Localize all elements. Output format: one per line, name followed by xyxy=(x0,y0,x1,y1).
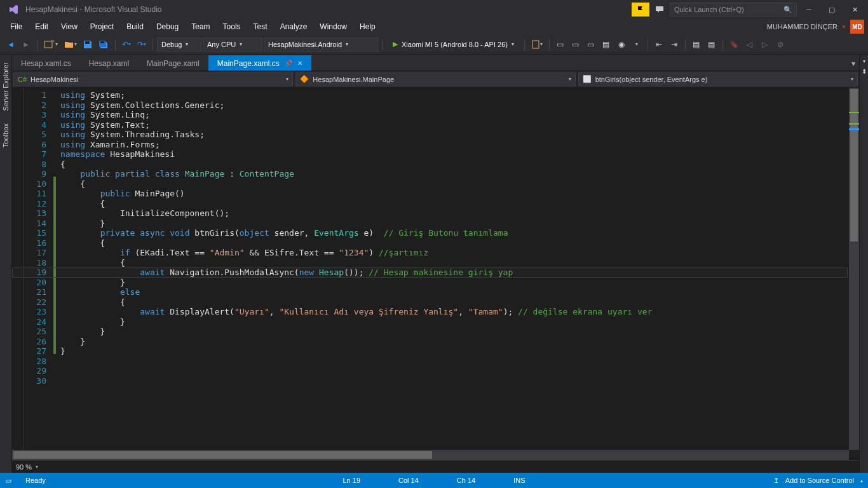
undo-button[interactable]: ↶▾ xyxy=(119,37,133,51)
scroll-caret-marker xyxy=(849,128,859,130)
doc-tab[interactable]: Hesap.xaml.cs xyxy=(12,55,80,71)
doc-tab[interactable]: MainPage.xaml xyxy=(138,55,208,71)
redo-button[interactable]: ↷▾ xyxy=(135,37,149,51)
menu-tools[interactable]: Tools xyxy=(217,20,247,33)
main-area: Server Explorer Toolbox Hesap.xaml.csHes… xyxy=(0,55,868,473)
svg-rect-0 xyxy=(44,41,52,48)
chevron-down-icon: ▾ xyxy=(286,76,288,82)
zoom-level[interactable]: 90 % xyxy=(16,463,32,471)
user-badge[interactable]: MD xyxy=(850,20,864,34)
chevron-down-icon: ▾ xyxy=(569,76,571,82)
chevron-down-icon[interactable]: ▾ xyxy=(36,464,38,470)
status-col: Col 14 xyxy=(398,477,419,484)
minimize-button[interactable]: ─ xyxy=(798,1,820,18)
close-button[interactable]: ✕ xyxy=(844,1,865,18)
nav-project-dropdown[interactable]: C#HesapMakinesi▾ xyxy=(13,72,293,86)
menu-analyze[interactable]: Analyze xyxy=(274,20,314,33)
pin-icon[interactable]: 📌 xyxy=(285,60,292,67)
menu-file[interactable]: File xyxy=(4,20,29,33)
new-project-button[interactable]: ▾ xyxy=(41,37,60,51)
code-text[interactable]: using System;using System.Collections.Ge… xyxy=(57,88,859,450)
save-all-button[interactable] xyxy=(96,37,111,51)
vertical-scrollbar[interactable] xyxy=(849,88,859,450)
window-layout-icon[interactable]: ▭ xyxy=(5,477,11,485)
menu-team[interactable]: Team xyxy=(185,20,216,33)
doc-tab-label: Hesap.xaml xyxy=(89,59,129,68)
tbx2-icon[interactable]: ▭ xyxy=(569,37,583,51)
scroll-marker xyxy=(849,112,859,113)
doc-tab[interactable]: MainPage.xaml.cs📌✕ xyxy=(208,55,311,71)
device-icon[interactable]: ▾ xyxy=(529,37,545,51)
source-control-button[interactable]: Add to Source Control xyxy=(785,477,854,484)
tab-overflow-icon[interactable]: ▾ xyxy=(848,55,859,71)
uncomment-icon[interactable]: ▤ xyxy=(705,37,719,51)
status-ch: Ch 14 xyxy=(457,477,475,484)
menu-build[interactable]: Build xyxy=(120,20,150,33)
nav-member-dropdown[interactable]: ⬜btnGiris(object sender, EventArgs e)▾ xyxy=(578,72,858,86)
bookmark-icon[interactable]: 🔖 xyxy=(727,37,742,51)
doc-tab[interactable]: Hesap.xaml xyxy=(80,55,138,71)
notification-flag-icon[interactable] xyxy=(632,3,649,17)
class-icon: 🔶 xyxy=(300,75,309,83)
menu-test[interactable]: Test xyxy=(247,20,274,33)
method-icon: ⬜ xyxy=(583,75,592,83)
doc-tab-label: MainPage.xaml xyxy=(147,59,200,68)
tbx4-icon[interactable]: ▤ xyxy=(599,37,613,51)
navigation-bar: C#HesapMakinesi▾ 🔶HesapMakinesi.MainPage… xyxy=(12,71,859,88)
nav-fwd-button[interactable]: ► xyxy=(19,37,33,51)
scrollbar-thumb[interactable] xyxy=(13,451,432,459)
split-icon[interactable]: ⬍ xyxy=(862,68,867,75)
save-button[interactable] xyxy=(81,37,95,51)
chevron-down-icon: ▼ xyxy=(841,24,846,30)
side-tab-server-explorer[interactable]: Server Explorer xyxy=(0,56,11,117)
indent-in-icon[interactable]: ⇥ xyxy=(667,37,681,51)
svg-rect-1 xyxy=(85,41,90,44)
separator xyxy=(382,39,383,50)
publish-icon[interactable]: ↥ xyxy=(773,477,779,485)
separator xyxy=(648,39,648,50)
chevron-up-icon[interactable]: ▴ xyxy=(860,478,863,484)
indent-out-icon[interactable]: ⇤ xyxy=(652,37,666,51)
menu-help[interactable]: Help xyxy=(353,20,382,33)
editor-zone: Hesap.xaml.csHesap.xamlMainPage.xamlMain… xyxy=(12,55,859,473)
menu-view[interactable]: View xyxy=(55,20,84,33)
menu-project[interactable]: Project xyxy=(84,20,120,33)
menubar: FileEditViewProjectBuildDebugTeamToolsTe… xyxy=(0,19,868,34)
side-tab-toolbox[interactable]: Toolbox xyxy=(0,117,11,154)
search-icon: 🔍 xyxy=(783,6,792,14)
feedback-icon[interactable] xyxy=(651,3,668,17)
code-editor[interactable]: 1234567891011121314151617181920212223242… xyxy=(12,88,859,450)
tbx3-icon[interactable]: ▭ xyxy=(584,37,598,51)
svg-rect-2 xyxy=(100,41,104,43)
bm-clear-icon[interactable]: ⊘ xyxy=(773,37,787,51)
bm-prev-icon[interactable]: ◁ xyxy=(743,37,757,51)
comment-icon[interactable]: ▤ xyxy=(689,37,703,51)
horizontal-scrollbar[interactable] xyxy=(12,450,849,460)
vs-logo-icon xyxy=(8,3,20,16)
separator xyxy=(524,39,525,50)
solution-config-dropdown[interactable]: Debug▾ xyxy=(157,37,201,51)
tbx6-icon[interactable]: ▾ xyxy=(630,37,644,51)
nav-class-dropdown[interactable]: 🔶HesapMakinesi.MainPage▾ xyxy=(295,72,575,86)
tbx1-icon[interactable]: ▭ xyxy=(553,37,567,51)
solution-platform-dropdown[interactable]: Any CPU▾ xyxy=(203,37,262,51)
breakpoint-margin[interactable] xyxy=(12,88,24,450)
close-tab-icon[interactable]: ✕ xyxy=(297,60,302,67)
tbx5-icon[interactable]: ◉ xyxy=(614,37,628,51)
statusbar: ▭ Ready Ln 19 Col 14 Ch 14 INS ↥ Add to … xyxy=(0,473,868,488)
quick-launch-input[interactable]: Quick Launch (Ctrl+Q) 🔍 xyxy=(670,3,797,17)
user-area[interactable]: MUHAMMED DİNÇER ▼ MD xyxy=(767,20,864,34)
menu-window[interactable]: Window xyxy=(313,20,353,33)
doc-tab-label: MainPage.xaml.cs xyxy=(217,59,280,68)
menu-debug[interactable]: Debug xyxy=(150,20,185,33)
menu-edit[interactable]: Edit xyxy=(29,20,55,33)
maximize-button[interactable]: ▢ xyxy=(821,1,843,18)
status-ready: Ready xyxy=(25,477,46,484)
bm-next-icon[interactable]: ▷ xyxy=(758,37,772,51)
nav-back-button[interactable]: ◄ xyxy=(4,37,18,51)
startup-project-dropdown[interactable]: HesapMakinesi.Android▾ xyxy=(264,37,378,51)
chevron-down-icon[interactable]: ▾ xyxy=(863,58,865,64)
start-debug-button[interactable]: ▶Xiaomi MI 5 (Android 8.0 - API 26)▾ xyxy=(386,37,520,51)
open-file-button[interactable]: ▾ xyxy=(62,37,79,51)
separator xyxy=(37,39,37,50)
